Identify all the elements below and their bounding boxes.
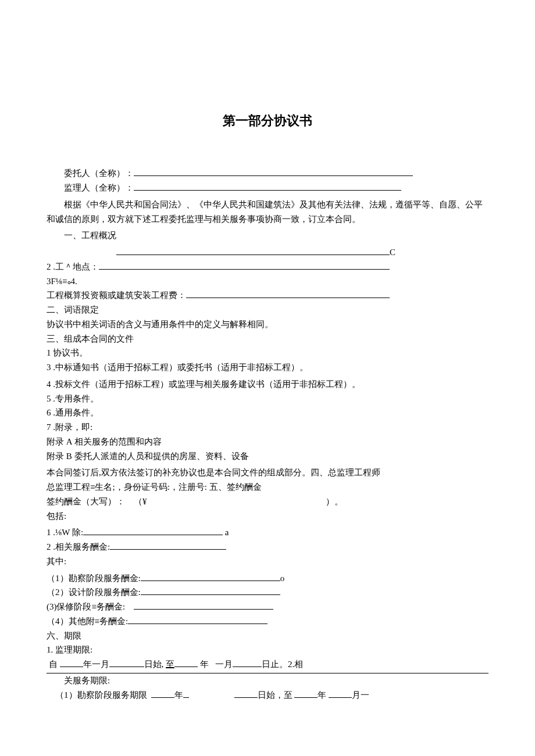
phase4: （4）其他附≡务酬金:: [47, 614, 488, 629]
client-label: 委托人（全称）：: [64, 169, 134, 178]
doc5: 5 .专用条件。: [47, 392, 488, 406]
supervisor-label: 监理人（全称）：: [64, 183, 134, 192]
item4-blank: [186, 289, 390, 298]
item2-label: 2 .工＾地点：: [47, 262, 99, 271]
t2p1-year: 年: [174, 690, 183, 700]
fee-label-post: ）。: [326, 497, 343, 506]
appendix-a: 附录 A 相关服务的范围和内容: [47, 435, 488, 449]
phase2-blank: [141, 586, 280, 595]
t2p1-year2: 年: [318, 690, 326, 700]
fee1-suffix: a: [225, 528, 229, 537]
t1-daystart: 日始,: [144, 660, 164, 669]
t2p1-b3: [294, 689, 318, 698]
t1-zi: 自: [49, 660, 58, 669]
fee1-blank: [83, 526, 223, 535]
document-page: 第一部分协议书 委托人（全称）： 监理人（全称）： 根据《中华人民共和国合同法》…: [0, 0, 535, 756]
phase2: （2）设计阶段服务酬金:: [47, 585, 488, 600]
fee-label-pre: 签约酬金（大写）： （¥: [47, 497, 147, 506]
include-label: 包括:: [47, 509, 488, 524]
blank-line-c: C: [47, 245, 488, 260]
t2p1-b2: [234, 689, 258, 698]
section2-text: 协议书中相关词语的含义与通用条件中的定义与解释相同。: [47, 317, 488, 332]
t2p1-label: （1）勘察阶段服务期限: [55, 690, 147, 700]
t1-b3: [174, 658, 198, 667]
doc3: 3 .中标通知书（适用于招标工程）或委托书（适用于非招标工程）。: [47, 360, 488, 375]
phase4-blank: [128, 615, 268, 624]
t2p1-month2: 月一: [352, 690, 369, 700]
phase2-label: （2）设计阶段服务酬金:: [47, 587, 141, 597]
t1-to: 至: [166, 660, 174, 669]
phase1: （1）勘察阶段服务酬金:o: [47, 571, 488, 586]
fee2-label: 2 .相关服务酬金:: [47, 542, 110, 551]
doc4: 4 .投标文件（适用于招标工程）或监理与相关服务建议书（适用于非招标工程）。: [47, 377, 488, 392]
client-blank: [134, 167, 413, 176]
item3: 3F⅛≡ₒ4.: [47, 274, 488, 289]
term2-label: 关服务期限:: [47, 673, 488, 688]
blank-1: [116, 246, 390, 255]
wherein: 其中:: [47, 554, 488, 569]
item4-label: 工程概算投资额或建筑安装工程费：: [47, 291, 186, 300]
t2p1-b1: [151, 689, 174, 698]
t2p1-b1b: [183, 689, 189, 698]
t2p1-daystart: 日始，至: [258, 690, 293, 700]
client-line: 委托人（全称）：: [47, 166, 488, 181]
t2p1-b4: [329, 689, 352, 698]
section3-heading: 三、组成本合同的文件: [47, 332, 488, 346]
t1-dayend: 日止。2.相: [262, 660, 303, 669]
t1-year: 年一月: [83, 660, 109, 669]
preamble: 根据《中华人民共和国合同法》、《中华人民共和国建筑法》及其他有关法律、法规，遵循…: [47, 198, 488, 227]
phase3-label: (3)保修阶段≡务酬金:: [47, 602, 125, 611]
fee1: 1 .⅛W 除: a: [47, 525, 488, 540]
appendix-b: 附录 B 委托人派遣的人员和提供的房屋、资料、设备: [47, 449, 488, 464]
supervisor-blank: [134, 181, 401, 191]
doc7: 7 .附录，即:: [47, 420, 488, 435]
t1-b2: [109, 658, 144, 667]
fee-amount: 签约酬金（大写）： （¥ ）。: [47, 495, 488, 509]
term2-phase1: （1）勘察阶段服务期限 年 日始，至 年 月一: [47, 688, 488, 703]
fee1-label: 1 .⅛W 除:: [47, 528, 83, 537]
t1-year2: 年: [200, 660, 209, 669]
t1-b1: [60, 658, 83, 667]
page-title: 第一部分协议书: [47, 110, 488, 131]
t1-month2: 一月: [215, 660, 233, 669]
chief-engineer: 总监理工程≡生名;，身份证号码:，注册号: 五、签约酬金: [47, 480, 488, 495]
item2: 2 .工＾地点：: [47, 260, 488, 274]
doc1: 1 协议书。: [47, 346, 488, 360]
phase1-suffix: o: [280, 574, 285, 583]
term1-label: 1. 监理期限:: [47, 643, 488, 657]
section1-heading: 一、工程概况: [47, 228, 488, 243]
phase1-blank: [141, 572, 280, 581]
t1-b4: [233, 658, 262, 667]
fee2: 2 .相关服务酬金:: [47, 540, 488, 554]
supervisor-line: 监理人（全称）：: [47, 181, 488, 195]
item2-blank: [99, 260, 390, 270]
term1-dates: 自 年一月日始, 至 年 一月日止。2.相: [47, 657, 488, 672]
after-sign: 本合同签订后,双方依法签订的补充协议也是本合同文件的组成部分。四、总监理工程师: [47, 465, 488, 480]
phase3: (3)保修阶段≡务酬金:: [47, 600, 488, 614]
item4: 工程概算投资额或建筑安装工程费：: [47, 288, 488, 303]
phase1-label: （1）勘察阶段服务酬金:: [47, 574, 141, 583]
section6-heading: 六、期限: [47, 629, 488, 643]
phase4-label: （4）其他附≡务酬金:: [47, 617, 128, 626]
trailing-c: C: [390, 248, 395, 257]
doc6: 6 .通用条件。: [47, 406, 488, 420]
section2-heading: 二、词语限定: [47, 303, 488, 317]
fee2-blank: [110, 540, 226, 550]
phase3-blank: [134, 600, 273, 610]
